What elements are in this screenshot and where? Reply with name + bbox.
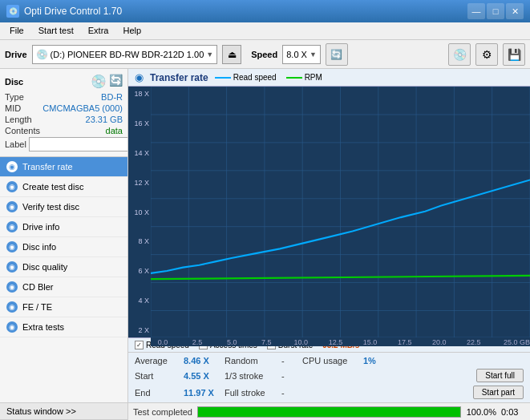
disc-quality-icon: ◉: [6, 261, 18, 273]
nav-create-test-disc-label: Create test disc: [22, 182, 83, 192]
disc-mid-value: CMCMAGBA5 (000): [42, 103, 123, 113]
stats-row-start: Start 4.55 X 1/3 stroke - Start full: [135, 367, 524, 384]
app-title: Opti Drive Control 1.70: [24, 6, 122, 17]
one-third-stroke-value: -: [281, 371, 297, 381]
disc-type-row: Type BD-R: [5, 92, 123, 102]
full-stroke-value: -: [281, 388, 297, 398]
disc-refresh-icon[interactable]: 🔄: [109, 74, 123, 89]
nav-create-test-disc[interactable]: ◉ Create test disc: [0, 177, 127, 197]
legend-read-speed-label: Read speed: [233, 73, 277, 82]
cpu-usage-value: 1%: [363, 356, 387, 365]
x-label-50: 5.0: [220, 338, 244, 346]
one-third-stroke-label: 1/3 stroke: [225, 371, 277, 381]
y-label-6: 6 X: [138, 267, 149, 275]
nav-drive-info-label: Drive info: [22, 222, 59, 232]
nav-extra-tests[interactable]: ◉ Extra tests: [0, 317, 127, 337]
disc-contents-label: Contents: [5, 126, 40, 135]
start-full-button[interactable]: Start full: [476, 369, 524, 382]
status-window-button[interactable]: Status window >>: [0, 403, 127, 420]
nav-disc-info[interactable]: ◉ Disc info: [0, 237, 127, 257]
avg-value: 8.46 X: [184, 356, 220, 365]
status-window-label: Status window >>: [6, 406, 76, 416]
chart-icon: ◉: [135, 71, 144, 83]
nav-verify-test-disc[interactable]: ◉ Verify test disc: [0, 197, 127, 217]
eject-button[interactable]: ⏏: [222, 45, 241, 64]
drive-label: Drive: [5, 50, 27, 59]
toolbar: Drive 💿 (D:) PIONEER BD-RW BDR-212D 1.00…: [0, 40, 530, 69]
nav-extra-tests-label: Extra tests: [22, 322, 64, 332]
maximize-button[interactable]: □: [487, 3, 504, 19]
menu-start-test[interactable]: Start test: [32, 24, 80, 38]
y-axis: 18 X 16 X 14 X 12 X 10 X 8 X 6 X 4 X 2 X: [128, 87, 151, 337]
nav-disc-quality[interactable]: ◉ Disc quality: [0, 257, 127, 277]
title-bar: 💿 Opti Drive Control 1.70 — □ ✕: [0, 0, 530, 22]
stats-section: Read speed Access times Burst rate 93.2 …: [128, 337, 530, 402]
x-label-125: 12.5: [323, 338, 347, 346]
disc-contents-value: data: [106, 126, 123, 135]
y-label-14: 14 X: [134, 149, 149, 157]
disc-length-label: Length: [5, 115, 32, 124]
nav-fe-te[interactable]: ◉ FE / TE: [0, 297, 127, 317]
x-label-225: 22.5: [462, 338, 486, 346]
drive-selector[interactable]: 💿 (D:) PIONEER BD-RW BDR-212D 1.00 ▼: [32, 45, 218, 64]
settings-button[interactable]: ⚙: [475, 43, 498, 66]
read-speed-checkbox[interactable]: [135, 341, 144, 349]
disc-button[interactable]: 💿: [448, 43, 471, 66]
disc-section: Disc 💿 🔄 Type BD-R MID CMCMAGBA5 (000) L…: [0, 69, 127, 157]
x-label-250: 25.0 GB: [496, 338, 530, 346]
speed-value: 8.0 X: [286, 50, 307, 59]
disc-info-icon: ◉: [6, 241, 18, 252]
progress-percent: 100.0%: [466, 407, 496, 417]
progress-time: 0:03: [501, 407, 525, 417]
nav-verify-test-disc-label: Verify test disc: [22, 202, 79, 212]
nav-transfer-rate-label: Transfer rate: [22, 162, 73, 172]
stats-row-end: End 11.97 X Full stroke - Start part: [135, 384, 524, 401]
y-label-10: 10 X: [134, 208, 149, 216]
minimize-button[interactable]: —: [467, 3, 485, 19]
chart-canvas: 0.0 2.5 5.0 7.5 10.0 12.5 15.0 17.5 20.0…: [151, 87, 530, 337]
y-label-2: 2 X: [138, 326, 149, 334]
nav-drive-info[interactable]: ◉ Drive info: [0, 217, 127, 237]
random-value: -: [281, 356, 297, 365]
verify-test-disc-icon: ◉: [6, 201, 18, 212]
disc-mid-label: MID: [5, 103, 21, 113]
create-test-disc-icon: ◉: [6, 181, 18, 192]
nav-cd-bler[interactable]: ◉ CD Bler: [0, 277, 127, 297]
x-label-100: 10.0: [289, 338, 313, 346]
legend-rpm: RPM: [286, 73, 322, 82]
left-panel: Disc 💿 🔄 Type BD-R MID CMCMAGBA5 (000) L…: [0, 69, 128, 420]
dropdown-arrow-icon: ▼: [206, 50, 213, 59]
x-label-175: 17.5: [393, 338, 417, 346]
save-button[interactable]: 💾: [503, 43, 525, 66]
x-label-75: 7.5: [254, 338, 278, 346]
disc-header-label: Disc: [5, 77, 23, 87]
x-label-200: 20.0: [427, 338, 451, 346]
speed-arrow-icon: ▼: [310, 50, 317, 59]
start-label: Start: [135, 371, 179, 381]
y-label-12: 12 X: [134, 179, 149, 187]
nav-fe-te-label: FE / TE: [22, 302, 52, 312]
disc-label-input[interactable]: [29, 137, 128, 151]
y-label-4: 4 X: [138, 297, 149, 305]
menu-file[interactable]: File: [3, 24, 30, 38]
refresh-button[interactable]: 🔄: [326, 43, 348, 66]
start-part-button[interactable]: Start part: [473, 386, 524, 399]
nav-transfer-rate[interactable]: ◉ Transfer rate: [0, 157, 127, 177]
close-button[interactable]: ✕: [506, 3, 524, 19]
menu-help[interactable]: Help: [116, 24, 148, 38]
status-text: Test completed: [133, 407, 192, 417]
random-label: Random: [225, 356, 277, 365]
nav-disc-quality-label: Disc quality: [22, 262, 67, 272]
speed-selector[interactable]: 8.0 X ▼: [282, 45, 321, 64]
avg-label: Average: [135, 356, 179, 365]
legend-read-speed: Read speed: [215, 73, 277, 82]
disc-mid-row: MID CMCMAGBA5 (000): [5, 103, 123, 113]
x-label-0: 0.0: [151, 338, 175, 346]
y-label-16: 16 X: [134, 119, 149, 127]
end-label: End: [135, 388, 179, 398]
chart-svg: [151, 87, 530, 337]
stats-row-average: Average 8.46 X Random - CPU usage 1%: [135, 354, 524, 367]
x-label-25: 2.5: [185, 338, 209, 346]
menu-extra[interactable]: Extra: [82, 24, 115, 38]
disc-type-label: Type: [5, 92, 24, 102]
